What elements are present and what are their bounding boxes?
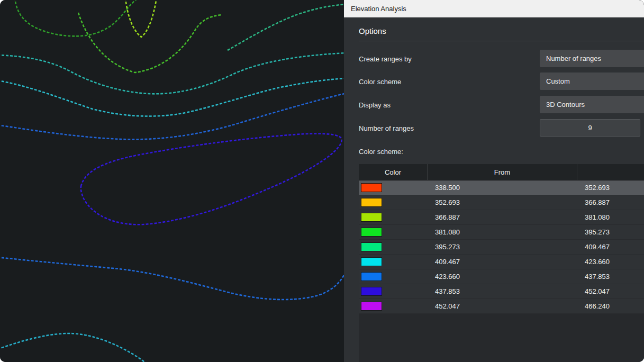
table-header: Color From [359, 164, 644, 180]
color-swatch[interactable] [361, 242, 382, 251]
color-swatch[interactable] [361, 228, 382, 237]
range-to: 423.660 [577, 258, 644, 266]
range-from: 381.080 [428, 228, 577, 236]
table-row[interactable]: 437.853 452.047 [359, 284, 644, 299]
range-from: 423.660 [428, 273, 577, 280]
range-from: 395.273 [428, 243, 577, 251]
color-scheme-table-caption: Color scheme: [359, 148, 403, 156]
color-swatch[interactable] [361, 257, 382, 266]
dropdown-selected-value: 3D Contours [546, 101, 585, 108]
form-row-number-of-ranges: Number of ranges 9 [359, 119, 644, 137]
range-to: 437.853 [577, 273, 644, 280]
range-to: 409.467 [577, 243, 644, 251]
application-window: Elevation Analysis Options Create ranges… [0, 0, 644, 362]
form-row-color-scheme: Color scheme Custom [359, 73, 644, 90]
form-row-display-as: Display as 3D Contours [359, 96, 644, 113]
range-from: 452.047 [428, 302, 577, 310]
contour-indigo-loop-line [81, 133, 342, 224]
contour-green-outer-line [15, 0, 139, 36]
color-swatch[interactable] [361, 287, 382, 296]
table-row[interactable]: 452.047 466.240 [359, 299, 644, 314]
range-to: 466.240 [577, 302, 644, 310]
header-from: From [428, 164, 577, 180]
range-to: 366.887 [577, 198, 644, 206]
color-scheme-label: Color scheme [359, 77, 401, 85]
create-ranges-by-label: Create ranges by [359, 55, 412, 62]
form-row-create-ranges-by: Create ranges by Number of ranges [359, 50, 644, 67]
range-to: 452.047 [577, 287, 644, 295]
range-from: 352.693 [428, 198, 577, 206]
color-swatch[interactable] [361, 272, 382, 281]
range-to: 381.080 [577, 213, 644, 221]
contour-blue-lower-line [0, 257, 344, 300]
range-from: 437.853 [428, 287, 577, 295]
table-row[interactable]: 366.887 381.080 [359, 210, 644, 225]
table-row[interactable]: 381.080 395.273 [359, 225, 644, 240]
color-swatch[interactable] [361, 198, 382, 207]
contour-cyan-bottom-line [0, 333, 153, 362]
contour-cyan-mid-line [0, 78, 344, 116]
dropdown-selected-value: Number of ranges [546, 55, 601, 62]
elevation-analysis-panel: Elevation Analysis Options Create ranges… [344, 0, 644, 362]
header-color: Color [359, 164, 428, 180]
range-from: 409.467 [428, 258, 577, 266]
panel-title: Elevation Analysis [351, 5, 406, 13]
range-to: 395.273 [577, 228, 644, 236]
color-swatch[interactable] [361, 183, 382, 192]
range-from: 338.500 [428, 184, 577, 192]
map-canvas[interactable] [0, 0, 344, 362]
display-as-dropdown[interactable]: 3D Contours [540, 96, 644, 113]
color-scheme-dropdown[interactable]: Custom [540, 73, 644, 90]
map-viewport[interactable] [0, 0, 344, 362]
panel-titlebar[interactable]: Elevation Analysis [344, 0, 644, 17]
color-swatch[interactable] [361, 302, 382, 311]
contour-teal-topright-line [228, 4, 344, 50]
number-of-ranges-label: Number of ranges [359, 124, 414, 132]
options-heading: Options [359, 26, 386, 35]
table-row[interactable]: 395.273 409.467 [359, 240, 644, 255]
range-from: 366.887 [428, 213, 577, 221]
number-of-ranges-value: 9 [588, 124, 592, 132]
range-to: 352.693 [577, 184, 644, 192]
table-row[interactable]: 338.500 352.693 [359, 180, 644, 195]
section-divider [359, 41, 644, 41]
table-row[interactable]: 352.693 366.887 [359, 195, 644, 210]
contour-teal-upper-line [0, 53, 344, 94]
display-as-label: Display as [359, 101, 391, 108]
table-row[interactable]: 409.467 423.660 [359, 255, 644, 269]
create-ranges-by-dropdown[interactable]: Number of ranges [540, 50, 644, 67]
contour-blue-upper-line [0, 93, 344, 139]
number-of-ranges-input[interactable]: 9 [540, 119, 640, 137]
dropdown-selected-value: Custom [546, 77, 570, 85]
color-swatch[interactable] [361, 213, 382, 222]
color-ranges-table: Color From 338.500 352.693 352.693 366.8… [359, 164, 644, 362]
table-row[interactable]: 423.660 437.853 [359, 269, 644, 284]
header-to [577, 164, 644, 180]
